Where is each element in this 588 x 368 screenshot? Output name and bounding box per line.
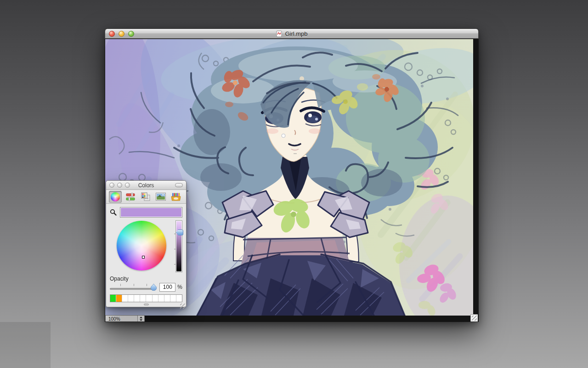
- zoom-button[interactable]: [128, 31, 134, 37]
- opacity-label: Opacity: [110, 276, 182, 282]
- swatch-row: [110, 294, 182, 302]
- tool-image-palettes[interactable]: [154, 191, 167, 203]
- current-color-well[interactable]: [120, 207, 182, 218]
- brightness-slider[interactable]: [175, 220, 182, 272]
- canvas-zoom-value: 100%: [106, 316, 137, 322]
- zoom-up-arrow-icon: [140, 316, 142, 318]
- desktop: Girl.mpb: [0, 0, 588, 368]
- opacity-value-field[interactable]: [159, 283, 175, 292]
- panel-zoom-button[interactable]: [125, 183, 130, 188]
- minimize-button[interactable]: [119, 31, 124, 37]
- swatch-cell[interactable]: [153, 295, 158, 302]
- color-sliders-icon: [126, 193, 135, 201]
- color-wheel[interactable]: [117, 221, 166, 270]
- image-palettes-icon: [156, 193, 166, 201]
- window-resize-grip[interactable]: [470, 314, 478, 322]
- color-wheel-icon: [111, 192, 120, 201]
- colors-panel: Colors: [106, 180, 187, 307]
- swatch-cell[interactable]: [116, 295, 122, 302]
- opacity-tick: [147, 284, 147, 286]
- swatch-cell[interactable]: [140, 295, 146, 302]
- opacity-tick: [120, 284, 121, 286]
- document-icon: [276, 30, 283, 37]
- desktop-shadow: [0, 322, 51, 368]
- opacity-slider[interactable]: [110, 282, 156, 292]
- drawer-drag-handle[interactable]: [144, 304, 149, 305]
- zoom-down-arrow-icon: [140, 319, 142, 321]
- window-titlebar[interactable]: Girl.mpb: [105, 29, 479, 39]
- color-wheel-marker: [142, 256, 145, 259]
- window-title: Girl.mpb: [285, 30, 307, 37]
- opacity-section: Opacity %: [106, 275, 186, 292]
- opacity-unit: %: [177, 284, 182, 290]
- swatch-cell[interactable]: [164, 295, 170, 302]
- toolbar-toggle-button[interactable]: [175, 183, 183, 187]
- opacity-thumb[interactable]: [151, 284, 157, 291]
- magnifier-icon[interactable]: [110, 209, 117, 216]
- brightness-gradient: [176, 221, 181, 271]
- swatch-cell[interactable]: [128, 295, 134, 302]
- swatch-cell[interactable]: [134, 295, 140, 302]
- tool-color-wheel[interactable]: [109, 191, 122, 203]
- colors-panel-titlebar[interactable]: Colors: [106, 181, 186, 190]
- swatch-cell[interactable]: [176, 295, 182, 302]
- close-button[interactable]: [109, 31, 115, 37]
- crayons-icon: [171, 193, 181, 201]
- panel-close-button[interactable]: [109, 183, 114, 188]
- panel-resize-grip[interactable]: [180, 304, 185, 309]
- opacity-track: [110, 288, 156, 290]
- brightness-tick: [174, 264, 176, 264]
- tool-color-sliders[interactable]: [124, 191, 137, 203]
- swatch-cell[interactable]: [110, 295, 116, 302]
- brightness-tick: [174, 249, 176, 249]
- canvas-zoom-control[interactable]: 100%: [105, 315, 145, 322]
- swatch-cell[interactable]: [122, 295, 128, 302]
- brightness-tick: [174, 234, 176, 234]
- swatch-cell[interactable]: [158, 295, 164, 302]
- opacity-tick: [134, 284, 134, 286]
- panel-minimize-button[interactable]: [117, 183, 122, 188]
- swatch-cell[interactable]: [170, 295, 176, 302]
- tool-color-palettes[interactable]: [139, 191, 152, 203]
- panel-footer: [106, 304, 186, 310]
- colors-toolbar: [106, 190, 186, 204]
- window-title-wrap: Girl.mpb: [105, 29, 478, 38]
- tool-crayons[interactable]: [170, 191, 182, 203]
- swatch-cell[interactable]: [146, 295, 152, 302]
- zoom-stepper[interactable]: [137, 316, 144, 322]
- color-wheel-area: [106, 219, 186, 275]
- color-search-row: [106, 204, 186, 219]
- color-palettes-icon: [141, 192, 150, 201]
